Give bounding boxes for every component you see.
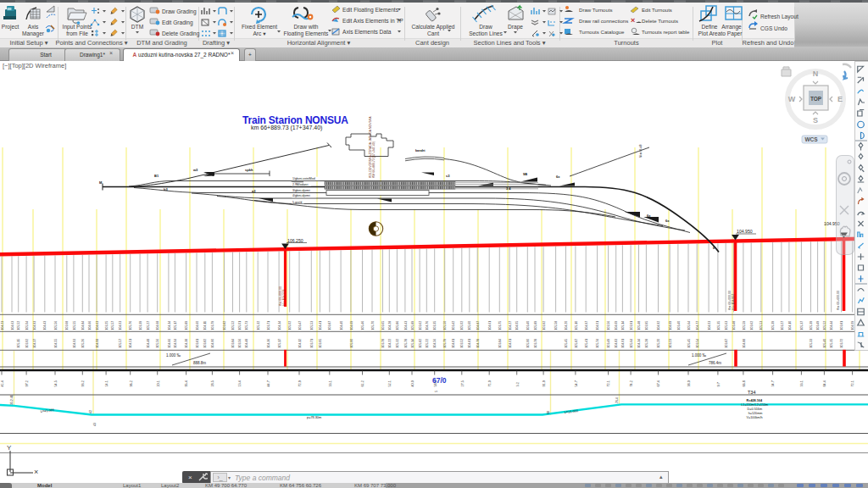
- svg-text:104.91: 104.91: [621, 339, 625, 348]
- svg-text:105.57: 105.57: [119, 339, 122, 348]
- svg-text:104.84: 104.84: [81, 321, 85, 330]
- svg-text:WCS: WCS: [804, 136, 818, 142]
- svg-text:104.10: 104.10: [788, 321, 792, 330]
- svg-text:104.05: 104.05: [515, 321, 519, 330]
- svg-text:104.03: 104.03: [708, 321, 711, 330]
- svg-text:105.64: 105.64: [687, 321, 691, 330]
- svg-text:103.78: 103.78: [534, 339, 537, 348]
- svg-text:104.38: 104.38: [185, 339, 188, 348]
- svg-text:67.4: 67.4: [657, 380, 660, 386]
- svg-text:103.56: 103.56: [607, 321, 610, 330]
- svg-text:104.04: 104.04: [174, 339, 177, 348]
- svg-text:5.gss/d: 5.gss/d: [292, 201, 302, 204]
- svg-text:Draw Turnouts: Draw Turnouts: [579, 7, 613, 13]
- svg-text:43: 43: [93, 423, 97, 426]
- svg-text:105.15: 105.15: [17, 339, 20, 348]
- svg-text:Fixed Element: Fixed Element: [242, 24, 277, 30]
- svg-text:H = 106.521: H = 106.521: [282, 290, 286, 306]
- svg-text:105.60: 105.60: [468, 321, 471, 330]
- svg-text:1/gbvni-oststMod: 1/gbvni-oststMod: [292, 177, 315, 180]
- svg-text:105.17: 105.17: [278, 339, 281, 348]
- svg-text:104.78: 104.78: [476, 339, 480, 348]
- svg-text:9B: 9B: [523, 172, 527, 176]
- svg-text:105.86: 105.86: [396, 321, 399, 330]
- svg-text:104.81: 104.81: [452, 339, 455, 348]
- svg-text:4/gbini-djsmri: 4/gbini-djsmri: [292, 194, 310, 197]
- svg-text:104.76: 104.76: [426, 321, 429, 330]
- svg-text:106.250: 106.250: [287, 238, 303, 243]
- svg-text:105.14: 105.14: [411, 339, 415, 348]
- svg-text:105.04: 105.04: [25, 321, 29, 330]
- svg-text:103.84: 103.84: [498, 339, 502, 348]
- svg-text:104.34: 104.34: [278, 321, 281, 330]
- svg-text:105.02: 105.02: [288, 321, 292, 330]
- svg-text:786.4m: 786.4m: [709, 361, 721, 365]
- svg-text:Edit Turnouts: Edit Turnouts: [642, 7, 672, 13]
- svg-text:Nkm 66+48: Nkm 66+48: [639, 144, 643, 158]
- svg-text:104.36: 104.36: [267, 339, 270, 348]
- svg-text:33.1: 33.1: [800, 380, 804, 386]
- svg-text:104.43: 104.43: [43, 321, 47, 330]
- svg-text:104.90: 104.90: [211, 339, 214, 348]
- svg-text:13.4: 13.4: [238, 380, 242, 386]
- svg-text:91.9: 91.9: [542, 380, 546, 386]
- svg-text:72.1: 72.1: [607, 380, 610, 386]
- svg-text:104.48: 104.48: [245, 339, 248, 348]
- svg-text:95.4: 95.4: [185, 380, 188, 386]
- svg-text:W: W: [788, 95, 796, 103]
- svg-text:103.71: 103.71: [310, 339, 314, 348]
- svg-text:×: ×: [34, 468, 38, 476]
- svg-text:105.59: 105.59: [743, 321, 746, 330]
- svg-text:103.65: 103.65: [381, 321, 385, 330]
- svg-text:66.8: 66.8: [743, 380, 746, 386]
- svg-text:CGS Undo: CGS Undo: [760, 25, 787, 31]
- svg-text:E: E: [837, 95, 843, 103]
- svg-text:kandrt: kandrt: [415, 149, 426, 152]
- svg-text:Axis Elements Data: Axis Elements Data: [342, 29, 392, 35]
- svg-text:104.69: 104.69: [615, 321, 618, 330]
- svg-text:N: N: [813, 69, 819, 78]
- svg-text:Project: Project: [2, 24, 19, 30]
- svg-text:105.14: 105.14: [621, 321, 625, 330]
- svg-text:Edit Grading: Edit Grading: [162, 19, 193, 26]
- svg-text:104.44: 104.44: [830, 321, 833, 330]
- svg-text:104.97: 104.97: [585, 321, 588, 330]
- svg-text:D=0.516m: D=0.516m: [748, 408, 762, 411]
- svg-text:104.08: 104.08: [96, 339, 99, 348]
- svg-text:105.39: 105.39: [810, 321, 813, 330]
- svg-text:3 4: 3 4: [506, 186, 511, 191]
- svg-text:T34: T34: [748, 390, 755, 395]
- svg-text:105.45: 105.45: [687, 339, 691, 348]
- svg-text:103.92: 103.92: [25, 339, 29, 348]
- svg-text:1.000 ‰: 1.000 ‰: [692, 353, 707, 358]
- svg-text:from File: from File: [66, 30, 88, 36]
- svg-text:105.17: 105.17: [174, 321, 177, 330]
- svg-text:104.88: 104.88: [743, 339, 746, 348]
- svg-text:104.83: 104.83: [615, 339, 618, 348]
- svg-text:Section Lines: Section Lines: [469, 30, 503, 36]
- svg-text:72.9: 72.9: [298, 380, 302, 386]
- svg-text:61.2: 61.2: [361, 380, 364, 386]
- svg-text:Refresh Layout: Refresh Layout: [760, 14, 798, 20]
- svg-text:105.27: 105.27: [147, 321, 150, 330]
- svg-text:105.40: 105.40: [823, 339, 826, 348]
- svg-text:103.71: 103.71: [267, 321, 270, 330]
- svg-text:103.49: 103.49: [607, 339, 610, 348]
- svg-text:104.27: 104.27: [509, 321, 512, 330]
- svg-text:104.22: 104.22: [388, 339, 392, 348]
- svg-text:38.0: 38.0: [687, 380, 691, 386]
- svg-text:104.48: 104.48: [147, 339, 150, 348]
- svg-text:w3: w3: [192, 168, 198, 172]
- svg-text:Draw: Draw: [479, 24, 492, 30]
- svg-text:Km 69+000.00: Km 69+000.00: [728, 291, 732, 310]
- svg-text:105.53: 105.53: [310, 321, 314, 330]
- svg-text:104.87: 104.87: [476, 321, 480, 330]
- svg-text:103.40: 103.40: [677, 321, 681, 330]
- svg-text:Plot Area: Plot Area: [698, 30, 721, 36]
- svg-text:104.63: 104.63: [11, 321, 14, 330]
- svg-text:Delete Grading: Delete Grading: [162, 30, 200, 37]
- svg-text:105.33: 105.33: [810, 339, 813, 348]
- svg-text:6x: 6x: [556, 175, 560, 179]
- svg-text:105.56: 105.56: [54, 321, 58, 330]
- svg-text:p=78.30m: p=78.30m: [307, 416, 321, 419]
